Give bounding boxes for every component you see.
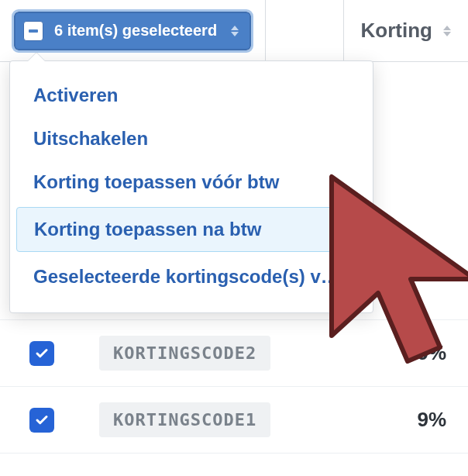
check-icon	[35, 347, 49, 360]
dropdown-item-verwijderen[interactable]: Geselecteerde kortingscode(s) verwijdere…	[10, 255, 373, 298]
dropdown-item-uitschakelen[interactable]: Uitschakelen	[10, 117, 373, 160]
sort-icon	[443, 26, 451, 36]
row-checkbox[interactable]	[29, 408, 54, 433]
table-row: KORTINGSCODE1 9%	[0, 387, 468, 454]
table-header: 6 item(s) geselecteerd Korting	[0, 0, 468, 62]
bulk-actions-label: 6 item(s) geselecteerd	[54, 22, 217, 40]
discount-value: 9%	[417, 341, 454, 365]
indeterminate-checkbox-icon[interactable]	[23, 21, 43, 41]
check-icon	[35, 413, 49, 427]
header-spacer	[266, 0, 343, 61]
table-body: KORTINGSCODE2 9% KORTINGSCODE1 9%	[0, 319, 468, 454]
discount-code-chip: KORTINGSCODE1	[99, 402, 270, 437]
chevron-sort-icon	[231, 26, 239, 36]
table-row: KORTINGSCODE2 9%	[0, 320, 468, 387]
column-header-label: Korting	[361, 19, 432, 43]
column-header-korting[interactable]: Korting	[344, 0, 468, 61]
bulk-actions-button[interactable]: 6 item(s) geselecteerd	[14, 12, 251, 50]
dropdown-item-korting-voor-btw[interactable]: Korting toepassen vóór btw	[10, 160, 373, 204]
bulk-actions-dropdown: Activeren Uitschakelen Korting toepassen…	[9, 60, 373, 313]
dropdown-item-korting-na-btw[interactable]: Korting toepassen na btw	[16, 207, 366, 252]
bulk-actions-cell: 6 item(s) geselecteerd	[0, 0, 266, 61]
dropdown-item-activeren[interactable]: Activeren	[10, 74, 373, 117]
row-checkbox[interactable]	[29, 341, 54, 366]
discount-value: 9%	[417, 408, 454, 432]
discount-code-chip: KORTINGSCODE2	[99, 336, 270, 371]
